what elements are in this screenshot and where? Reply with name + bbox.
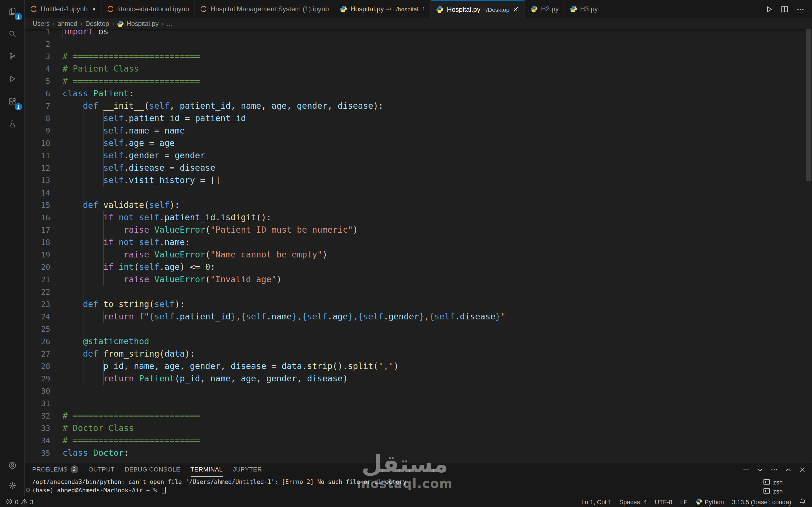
activity-explorer[interactable]: 1 xyxy=(0,0,24,22)
breadcrumb-item[interactable]: Desktop xyxy=(85,20,109,27)
new-terminal-button[interactable] xyxy=(742,466,750,473)
code-line[interactable]: 7 def __init__(self, patient_id, name, a… xyxy=(25,100,812,112)
settings-button[interactable] xyxy=(0,475,24,496)
panel-tab-problems[interactable]: PROBLEMS3 xyxy=(32,462,78,476)
activity-bar: 1 1 xyxy=(0,0,25,496)
terminal-output[interactable]: /opt/anaconda3/bin/python: can't open fi… xyxy=(25,476,758,496)
notebook-file-icon xyxy=(30,5,38,13)
editor-tab[interactable]: H3.py xyxy=(564,0,604,18)
notifications-bell-icon[interactable] xyxy=(799,498,806,505)
code-line[interactable]: 31 xyxy=(25,397,812,409)
code-line[interactable]: 20 if int(self.age) <= 0: xyxy=(25,261,812,273)
files-icon xyxy=(8,7,16,15)
code-line[interactable]: 1import os xyxy=(25,29,812,38)
bottom-panel: PROBLEMS3OUTPUTDEBUG CONSOLETERMINALJUPY… xyxy=(25,462,812,496)
panel-more-button[interactable] xyxy=(770,466,778,473)
status-encoding[interactable]: UTF-8 xyxy=(655,498,672,505)
code-line[interactable]: 2 xyxy=(25,38,812,50)
command-decoration-icon xyxy=(26,488,30,492)
code-line[interactable]: 35class Doctor: xyxy=(25,447,812,459)
code-line[interactable]: 33# Doctor Class xyxy=(25,422,812,434)
error-count: 0 xyxy=(15,498,18,505)
panel-actions xyxy=(742,466,806,473)
code-line[interactable]: 4# Patient Class xyxy=(25,62,812,75)
terminal-dropdown-button[interactable] xyxy=(756,466,764,473)
panel-body: /opt/anaconda3/bin/python: can't open fi… xyxy=(25,476,812,496)
breadcrumb-item[interactable]: Users xyxy=(33,20,50,27)
code-line[interactable]: 16 if not self.patient_id.isdigit(): xyxy=(25,211,812,224)
code-editor[interactable]: 1import os23# =========================4… xyxy=(25,29,812,462)
code-line[interactable]: 18 if not self.name: xyxy=(25,236,812,248)
terminal-instance[interactable]: zsh xyxy=(763,478,809,486)
code-line[interactable]: 8 self.patient_id = patient_id xyxy=(25,112,812,124)
code-line[interactable]: 28 p_id, name, age, gender, disease = da… xyxy=(25,360,812,372)
code-line[interactable]: 32# ========================= xyxy=(25,409,812,422)
code-line[interactable]: 15 def validate(self): xyxy=(25,199,812,211)
close-panel-button[interactable] xyxy=(799,466,806,473)
editor-scrollbar[interactable] xyxy=(806,29,811,181)
terminal-icon xyxy=(763,478,770,486)
more-actions-button[interactable] xyxy=(796,5,805,13)
line-number: 27 xyxy=(25,348,50,360)
breadcrumb-item[interactable]: … xyxy=(167,20,173,27)
editor-tab[interactable]: Untitled-1.ipynb● xyxy=(25,0,101,18)
editor-tab[interactable]: Hospital.py~/.../hospital1 xyxy=(335,0,431,18)
status-cursor-position[interactable]: Ln 1, Col 1 xyxy=(581,498,611,505)
editor-tab[interactable]: titanic-eda-tutorial.ipynb xyxy=(101,0,195,18)
status-left: 0 3 xyxy=(6,496,34,507)
code-line[interactable]: 21 raise ValueError("Invalid age") xyxy=(25,273,812,286)
editor-tab[interactable]: Hospital Management System (1).ipynb xyxy=(195,0,335,18)
code-line[interactable]: 3# ========================= xyxy=(25,50,812,62)
code-line[interactable]: 13 self.visit_history = [] xyxy=(25,174,812,186)
editor-tab[interactable]: Hospital.py~/Desktop xyxy=(431,0,525,18)
code-line[interactable]: 14 xyxy=(25,186,812,199)
run-debug-icon xyxy=(8,75,16,83)
editor-tab[interactable]: H2.py xyxy=(525,0,564,18)
activity-source-control[interactable] xyxy=(0,45,24,68)
code-line[interactable]: 10 self.age = age xyxy=(25,137,812,149)
code-line[interactable]: 11 self.gender = gender xyxy=(25,149,812,162)
code-line[interactable]: 27 def from_string(data): xyxy=(25,348,812,360)
panel-tab-output[interactable]: OUTPUT xyxy=(88,462,114,476)
split-editor-button[interactable] xyxy=(780,5,789,13)
activity-bar-top: 1 1 xyxy=(0,0,24,135)
status-python-interpreter[interactable]: 3.13.5 ('base': conda) xyxy=(732,498,791,505)
line-number: 31 xyxy=(25,397,50,409)
code-line[interactable]: 26 @staticmethod xyxy=(25,335,812,348)
code-line[interactable]: 34# ========================= xyxy=(25,434,812,447)
status-language-mode[interactable]: Python xyxy=(695,498,724,505)
panel-tab-debug-console[interactable]: DEBUG CONSOLE xyxy=(124,462,180,476)
activity-extensions[interactable]: 1 xyxy=(0,90,24,113)
status-indentation[interactable]: Spaces: 4 xyxy=(619,498,647,505)
breadcrumb-item[interactable]: Hospital.py xyxy=(117,20,159,27)
code-line[interactable]: 25 xyxy=(25,323,812,335)
run-python-file-button[interactable] xyxy=(765,5,773,13)
code-line[interactable]: 9 self.name = name xyxy=(25,124,812,137)
terminal-instance[interactable]: zsh xyxy=(763,487,809,495)
status-eol[interactable]: LF xyxy=(680,498,688,505)
line-number: 14 xyxy=(25,186,50,199)
breadcrumb-item[interactable]: ahmed xyxy=(57,20,77,27)
account-button[interactable] xyxy=(0,455,24,475)
code-line[interactable]: 6class Patient: xyxy=(25,87,812,100)
maximize-panel-button[interactable] xyxy=(784,466,792,473)
problems-status[interactable]: 0 3 xyxy=(6,498,34,505)
close-tab-icon[interactable] xyxy=(512,6,520,13)
activity-search[interactable] xyxy=(0,22,24,45)
code-line[interactable]: 5# ========================= xyxy=(25,75,812,87)
code-line[interactable]: 29 return Patient(p_id, name, age, gende… xyxy=(25,372,812,385)
panel-tab-terminal[interactable]: TERMINAL xyxy=(190,462,222,476)
chevron-right-icon: › xyxy=(52,20,55,27)
activity-testing[interactable] xyxy=(0,113,24,135)
code-line[interactable]: 24 return f"{self.patient_id},{self.name… xyxy=(25,311,812,323)
activity-run-debug[interactable] xyxy=(0,68,24,90)
indent-guide xyxy=(103,211,104,286)
panel-tab-jupyter[interactable]: JUPYTER xyxy=(233,462,262,476)
line-number: 4 xyxy=(25,62,50,75)
code-line[interactable]: 12 self.disease = disease xyxy=(25,162,812,174)
code-line[interactable]: 23 def to_string(self): xyxy=(25,298,812,311)
code-line[interactable]: 19 raise ValueError("Name cannot be empt… xyxy=(25,248,812,261)
code-line[interactable]: 22 xyxy=(25,286,812,298)
code-line[interactable]: 30 xyxy=(25,385,812,397)
code-line[interactable]: 17 raise ValueError("Patient ID must be … xyxy=(25,224,812,236)
